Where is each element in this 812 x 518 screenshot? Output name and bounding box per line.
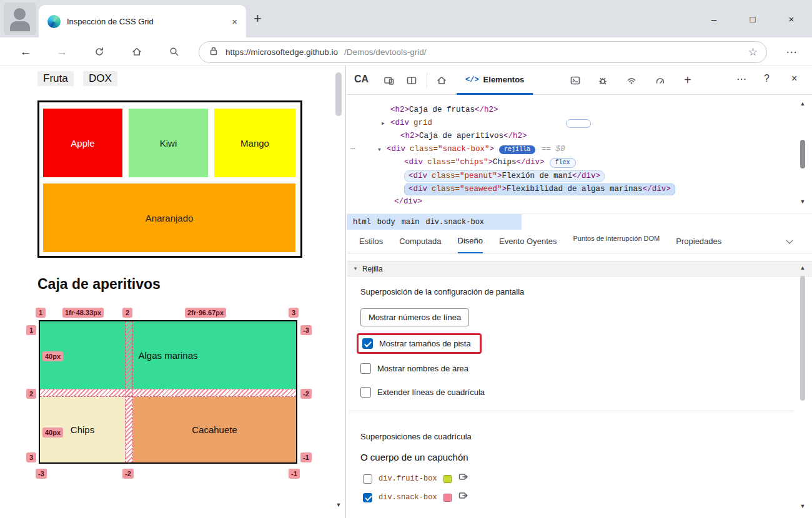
- snack-box-selector: div.snack-box: [379, 493, 437, 502]
- tab-computada[interactable]: Computada: [399, 230, 441, 253]
- scroll-up-icon[interactable]: ▲: [798, 100, 807, 107]
- dom-scrollbar-thumb[interactable]: [800, 140, 805, 169]
- node-text: Caja de frutas: [409, 105, 475, 115]
- rejilla-section-header[interactable]: ▼ Rejilla: [347, 261, 812, 276]
- dom-node-seaweed-selected[interactable]: <divclass="seaweed">Flexibilidad de alga…: [404, 183, 675, 195]
- snack-box-checkbox[interactable]: [363, 493, 372, 502]
- debugger-bug-icon[interactable]: [597, 74, 609, 87]
- fruit-box-checkbox[interactable]: [363, 474, 372, 484]
- minimize-button[interactable]: –: [700, 0, 728, 37]
- extend-lines-checkbox[interactable]: [360, 387, 371, 398]
- show-element-icon[interactable]: [458, 491, 469, 504]
- home-icon[interactable]: [130, 45, 144, 59]
- more-tools-plus-icon[interactable]: +: [684, 73, 691, 87]
- dom-node-peanut[interactable]: <divclass="peanut">Flexión de maní</div>: [404, 170, 605, 182]
- tag-open: <div: [387, 144, 405, 155]
- flex-badge[interactable]: flex: [550, 158, 576, 168]
- dom-node-div-grid[interactable]: ▶ <divgrid: [382, 118, 591, 129]
- help-icon[interactable]: ?: [764, 73, 770, 84]
- tab-evento-oyentes[interactable]: Evento Oyentes: [499, 230, 557, 253]
- back-icon[interactable]: ←: [19, 45, 32, 59]
- attr-name: class: [432, 185, 455, 193]
- device-emulation-icon[interactable]: [383, 74, 395, 87]
- dom-node-h2-aperitivos[interactable]: <h2>Caja de aperitivos</h2>: [400, 131, 527, 142]
- network-wifi-icon[interactable]: [625, 74, 638, 87]
- tab-puntos-interrupcion[interactable]: Puntos de interrupción DOM: [573, 235, 660, 242]
- show-line-numbers-button[interactable]: Mostrar números de línea: [360, 308, 469, 326]
- scroll-down-icon[interactable]: ▼: [334, 502, 343, 508]
- section-divider: [349, 411, 794, 411]
- chevron-down-icon[interactable]: [786, 237, 793, 243]
- dom-node-h2-frutas[interactable]: <h2>Caja de frutas</h2>: [390, 105, 498, 115]
- search-icon[interactable]: [167, 45, 181, 59]
- snack-box-color-swatch[interactable]: [443, 494, 452, 502]
- track-sizes-checkbox[interactable]: [362, 338, 373, 349]
- grid-track-size-label: 40px: [42, 351, 63, 361]
- dom-node-chips[interactable]: <divclass="chips">Chips</div> flex: [404, 157, 576, 168]
- extend-lines-row: Extender líneas de cuadrícula: [360, 387, 485, 398]
- ca-label: CA: [354, 74, 369, 85]
- tab-elementos[interactable]: </> Elementos: [457, 66, 533, 95]
- favorite-star-icon[interactable]: ☆: [748, 46, 758, 59]
- performance-gauge-icon[interactable]: [654, 74, 666, 87]
- toolbar-divider: [427, 73, 427, 88]
- split-screen-icon[interactable]: [405, 74, 418, 87]
- maximize-button[interactable]: □: [738, 0, 767, 37]
- tree-collapsed-icon[interactable]: ▶: [382, 118, 390, 129]
- attr-name: class: [427, 157, 451, 168]
- window-close-button[interactable]: ×: [777, 0, 806, 37]
- breadcrumb-html[interactable]: html: [353, 218, 371, 227]
- browser-tab[interactable]: Inspección de CSS Grid ×: [39, 5, 246, 37]
- tag-close: </div>: [643, 185, 671, 193]
- tree-expanded-icon[interactable]: ▼: [378, 144, 387, 155]
- grid-line-label: 2: [26, 389, 36, 399]
- fruit-box-color-swatch[interactable]: [443, 475, 452, 483]
- scroll-up-icon[interactable]: ▲: [798, 265, 807, 271]
- fruit-mango: Mango: [214, 109, 295, 177]
- devtools-toolbar: CA </> Elementos: [347, 66, 812, 95]
- tab-propiedades[interactable]: Propiedades: [676, 230, 721, 253]
- scroll-down-icon[interactable]: ▼: [798, 503, 807, 509]
- new-tab-button[interactable]: +: [254, 11, 262, 27]
- node-text: Chips: [493, 157, 517, 168]
- profile-avatar[interactable]: [4, 2, 36, 35]
- page-tab-dox[interactable]: DOX: [83, 71, 117, 86]
- tab-diseno[interactable]: Diseño: [458, 230, 483, 253]
- breadcrumb-main[interactable]: main: [402, 218, 420, 227]
- attr-value: "chips": [455, 157, 488, 168]
- tag-close: </h2>: [503, 131, 527, 142]
- node-text: Caja de aperitivos: [419, 131, 503, 142]
- tag-close: </div>: [517, 157, 545, 168]
- tab-estilos[interactable]: Estilos: [359, 230, 383, 253]
- layout-scrollbar-thumb[interactable]: [800, 276, 805, 401]
- dom-node-close-div[interactable]: </div>: [394, 197, 422, 207]
- console-icon[interactable]: [569, 74, 582, 87]
- grid-badge-outline[interactable]: [566, 119, 591, 128]
- area-names-checkbox[interactable]: [360, 363, 371, 374]
- overlay-row-snack-box: div.snack-box: [363, 491, 469, 504]
- attr-eq: =: [451, 157, 456, 168]
- node-text: Flexibilidad de algas marinas: [507, 185, 643, 193]
- node-menu-icon[interactable]: ⋯: [350, 144, 378, 155]
- forward-icon[interactable]: →: [55, 45, 69, 59]
- page-tab-fruta[interactable]: Fruta: [37, 71, 74, 86]
- track-sizes-label: Mostrar tamaños de pista: [379, 339, 471, 348]
- devtools-close-icon[interactable]: ×: [791, 73, 797, 84]
- scroll-down-icon[interactable]: ▼: [798, 198, 807, 205]
- attr-eq: =: [455, 185, 460, 193]
- address-bar[interactable]: https://microsoftedge.github.io/Demos/de…: [199, 41, 767, 63]
- show-element-icon[interactable]: [458, 472, 469, 486]
- breadcrumb-snack-box[interactable]: div.snack-box: [425, 218, 484, 227]
- tag-close: </div>: [394, 197, 422, 207]
- tab-close-icon[interactable]: ×: [232, 16, 237, 27]
- page-scrollbar-thumb[interactable]: [335, 72, 342, 116]
- welcome-home-icon[interactable]: [435, 74, 448, 87]
- dom-node-snack-box[interactable]: ⋯ ▼ <divclass="snack-box"> rejilla == $0: [350, 144, 565, 155]
- breadcrumb-body[interactable]: body: [377, 218, 395, 227]
- grid-line-label: 1: [26, 325, 36, 335]
- refresh-icon[interactable]: [92, 45, 106, 59]
- fruit-kiwi: Kiwi: [129, 109, 208, 177]
- rejilla-badge[interactable]: rejilla: [499, 145, 535, 154]
- devtools-more-menu-icon[interactable]: ⋯: [736, 73, 746, 85]
- browser-menu-icon[interactable]: ⋯: [785, 45, 798, 59]
